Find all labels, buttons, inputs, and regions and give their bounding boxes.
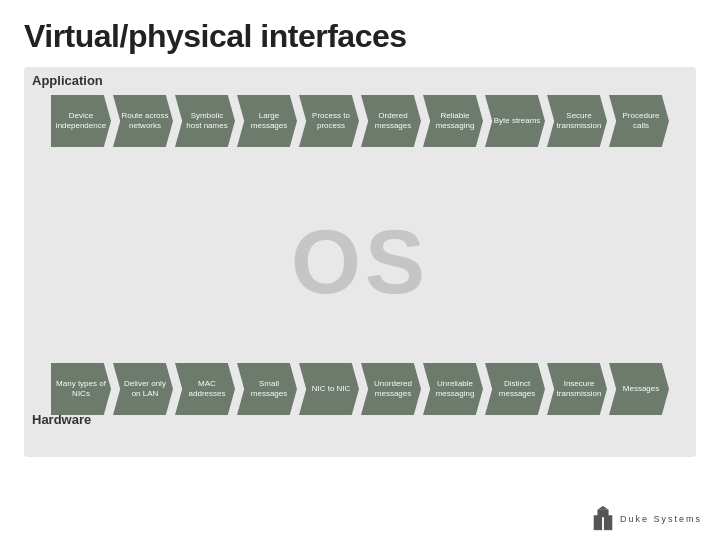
duke-brand: Duke Systems	[620, 514, 702, 524]
bottom-arrow-item: NIC to NIC	[299, 363, 359, 415]
footer: Duke Systems	[592, 506, 702, 532]
bottom-arrow-item: MAC addresses	[175, 363, 235, 415]
bottom-arrow-item: Unordered messages	[361, 363, 421, 415]
main-diagram: Application Device independenceRoute acr…	[24, 67, 696, 457]
top-arrow-item: Symbolic host names	[175, 95, 235, 147]
top-arrow-item: Byte streams	[485, 95, 545, 147]
bottom-arrow-item: Deliver only on LAN	[113, 363, 173, 415]
duke-icon	[592, 506, 614, 532]
top-arrow-row: Device independenceRoute across networks…	[24, 95, 696, 147]
top-arrow-item: Route across networks	[113, 95, 173, 147]
top-arrow-item: Process to process	[299, 95, 359, 147]
svg-rect-1	[604, 515, 612, 530]
bottom-arrow-item: Distinct messages	[485, 363, 545, 415]
svg-rect-2	[597, 510, 608, 517]
bottom-arrow-item: Messages	[609, 363, 669, 415]
page-title: Virtual/physical interfaces	[24, 18, 696, 55]
bottom-arrow-item: Many types of NICs	[51, 363, 111, 415]
top-arrow-item: Large messages	[237, 95, 297, 147]
bottom-arrow-item: Unreliable messaging	[423, 363, 483, 415]
bottom-arrow-item: Small messages	[237, 363, 297, 415]
top-arrow-item: Reliable messaging	[423, 95, 483, 147]
top-arrow-item: Ordered messages	[361, 95, 421, 147]
svg-rect-0	[594, 515, 602, 530]
top-arrow-item: Device independence	[51, 95, 111, 147]
os-label: OS	[291, 211, 429, 314]
top-arrow-item: Procedure calls	[609, 95, 669, 147]
app-label: Application	[32, 73, 103, 88]
bottom-arrow-row: Many types of NICsDeliver only on LANMAC…	[24, 363, 696, 415]
svg-marker-3	[597, 506, 608, 510]
bottom-arrow-item: Insecure transmission	[547, 363, 607, 415]
hw-label: Hardware	[32, 412, 91, 427]
top-arrow-item: Secure transmission	[547, 95, 607, 147]
page: Virtual/physical interfaces Application …	[0, 0, 720, 540]
